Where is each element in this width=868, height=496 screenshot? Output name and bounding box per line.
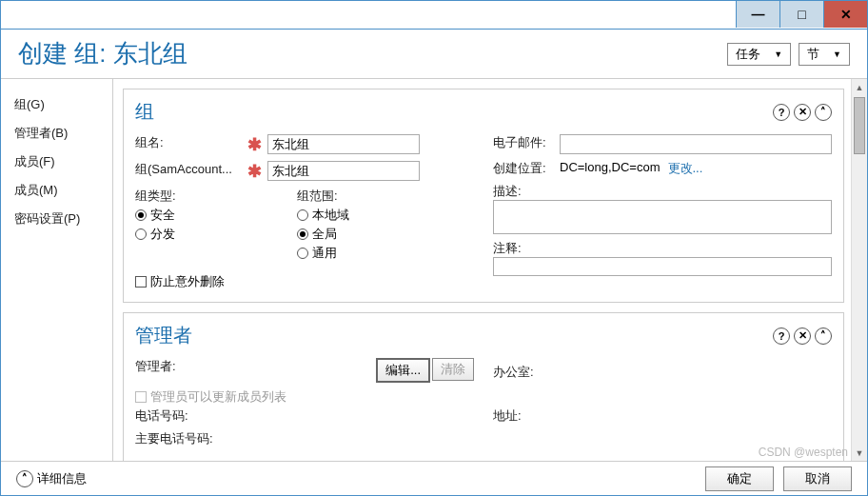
scroll-thumb[interactable] [854,97,865,154]
close-icon[interactable]: ✕ [794,104,811,121]
protect-checkbox[interactable]: 防止意外删除 [135,273,474,290]
sidebar-item-manager[interactable]: 管理者(B) [14,119,112,148]
scrollbar[interactable]: ▲ ▼ [851,79,867,461]
details-label: 详细信息 [37,470,87,487]
radio-distribution[interactable]: 分发 [135,226,297,243]
sam-label: 组(SamAccount... [135,161,247,178]
header: 创建 组: 东北组 任务 ▼ 节 ▼ [1,30,867,79]
cancel-button[interactable]: 取消 [783,466,852,491]
group-scope-label: 组范围: [297,188,349,205]
main-content: 组 ? ✕ ˄ 组名: ✱ [113,79,867,461]
minimize-button[interactable]: — [736,1,779,28]
address-label: 地址: [493,407,522,425]
section-dropdown[interactable]: 节 ▼ [799,43,850,66]
titlebar: — □ ✕ [1,1,867,30]
sidebar-item-password[interactable]: 密码设置(P) [14,205,112,233]
collapse-icon[interactable]: ˄ [815,104,832,121]
created-in-label: 创建位置: [493,160,560,177]
page-title: 创建 组: 东北组 [18,37,720,70]
section-manager: 管理者 ? ✕ ˄ 管理者: 编辑... [123,312,844,461]
footer: ˄ 详细信息 确定 取消 [1,461,867,495]
can-update-label: 管理员可以更新成员列表 [150,388,286,406]
email-input[interactable] [560,134,832,154]
radio-universal[interactable]: 通用 [297,245,349,262]
close-button[interactable]: ✕ [823,1,867,28]
edit-button[interactable]: 编辑... [376,358,430,383]
email-label: 电子邮件: [493,134,560,151]
radio-local[interactable]: 本地域 [297,207,349,224]
change-link[interactable]: 更改... [668,160,703,177]
section-group: 组 ? ✕ ˄ 组名: ✱ [123,89,844,303]
phone-label: 电话号码: [135,407,188,425]
scroll-up-icon[interactable]: ▲ [852,79,867,95]
chevron-down-icon: ▼ [833,50,841,59]
close-icon[interactable]: ✕ [794,327,811,345]
details-expander[interactable]: ˄ 详细信息 [16,470,87,487]
required-icon: ✱ [247,134,262,155]
section-title-group: 组 [135,99,773,125]
desc-label: 描述: [493,183,832,200]
section-label: 节 [807,46,819,63]
sidebar-item-members-m[interactable]: 成员(M) [14,176,112,205]
dialog-window: — □ ✕ 创建 组: 东北组 任务 ▼ 节 ▼ 组(G) 管理者(B) 成员(… [0,0,868,496]
clear-button[interactable]: 清除 [432,358,474,381]
group-name-input[interactable] [267,134,420,154]
main-phone-label: 主要电话号码: [135,430,213,447]
chevron-down-icon: ▼ [774,50,782,59]
scroll-down-icon[interactable]: ▼ [852,445,867,461]
collapse-icon[interactable]: ˄ [815,327,832,345]
help-icon[interactable]: ? [773,327,790,345]
tasks-dropdown[interactable]: 任务 ▼ [727,43,791,66]
help-icon[interactable]: ? [773,104,790,121]
manager-label: 管理者: [135,358,192,375]
sam-input[interactable] [267,161,420,181]
notes-label: 注释: [493,240,832,257]
sidebar: 组(G) 管理者(B) 成员(F) 成员(M) 密码设置(P) [1,79,113,461]
desc-textarea[interactable] [493,200,832,234]
maximize-button[interactable]: □ [779,1,823,28]
ok-button[interactable]: 确定 [705,466,774,491]
section-title-manager: 管理者 [135,323,773,348]
sidebar-item-group[interactable]: 组(G) [14,90,112,119]
created-in-value: DC=long,DC=com [560,160,661,174]
can-update-checkbox[interactable]: 管理员可以更新成员列表 [135,388,474,406]
radio-security[interactable]: 安全 [135,207,297,224]
sidebar-item-members-f[interactable]: 成员(F) [14,148,112,176]
tasks-label: 任务 [736,46,760,63]
protect-label: 防止意外删除 [150,273,225,290]
body: 组(G) 管理者(B) 成员(F) 成员(M) 密码设置(P) 组 ? ✕ ˄ [1,79,867,461]
radio-global[interactable]: 全局 [297,226,349,243]
group-name-label: 组名: [135,134,247,151]
group-type-label: 组类型: [135,188,297,205]
required-icon: ✱ [247,161,262,182]
chevron-up-icon: ˄ [16,470,33,487]
office-label: 办公室: [493,364,534,381]
notes-textarea[interactable] [493,257,832,276]
